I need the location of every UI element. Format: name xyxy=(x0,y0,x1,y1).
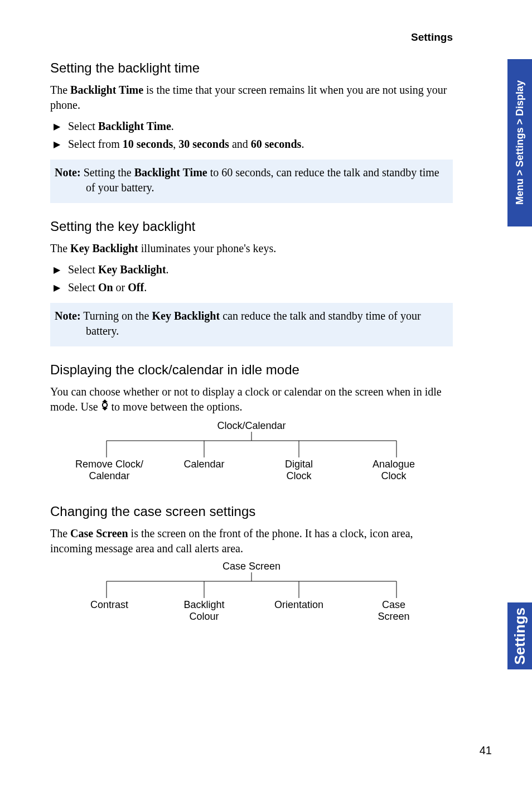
diagram-title: Case Screen xyxy=(62,561,441,572)
note-key-backlight: Note: Turning on the Key Backlight can r… xyxy=(50,303,453,346)
para-case-screen: The Case Screen is the screen on the fro… xyxy=(50,526,453,556)
svg-point-1 xyxy=(102,403,107,407)
bullet-select-key-backlight: ▶ Select Key Backlight. xyxy=(54,261,453,278)
leaf-digital-clock: DigitalClock xyxy=(252,459,346,481)
bullet-select-backlight-seconds: ▶ Select from 10 seconds, 30 seconds and… xyxy=(54,135,453,153)
triangle-bullet-icon: ▶ xyxy=(54,137,60,152)
para-clock-calendar: You can choose whether or not to display… xyxy=(50,384,453,416)
leaf-backlight-colour: BacklightColour xyxy=(157,599,252,622)
bullet-select-on-off: ▶ Select On or Off. xyxy=(54,278,453,296)
side-tab-section-text: Settings xyxy=(511,607,529,665)
triangle-bullet-icon: ▶ xyxy=(54,281,60,295)
leaf-analogue-clock: AnalogueClock xyxy=(346,459,441,481)
heading-clock-calendar: Displaying the clock/calendar in idle mo… xyxy=(50,362,453,378)
bullet-select-backlight-time: ▶ Select Backlight Time. xyxy=(54,117,453,135)
navigation-key-icon xyxy=(101,399,109,414)
leaf-orientation: Orientation xyxy=(252,599,346,622)
page-number: 41 xyxy=(480,744,492,757)
diagram-title: Clock/Calendar xyxy=(62,420,441,432)
side-tab-breadcrumb: Menu > Settings > Display xyxy=(507,59,532,226)
para-key-backlight: The Key Backlight illuminates your phone… xyxy=(50,241,453,256)
note-backlight-time: Note: Setting the Backlight Time to 60 s… xyxy=(50,160,453,203)
leaf-remove-clock-calendar: Remove Clock/Calendar xyxy=(62,459,157,481)
page-header: Settings xyxy=(50,31,453,44)
side-tab-breadcrumb-text: Menu > Settings > Display xyxy=(514,80,526,205)
tree-connector-icon xyxy=(73,432,430,460)
diagram-clock-calendar: Clock/Calendar Remove Clock/Calendar Cal… xyxy=(62,420,441,481)
heading-case-screen: Changing the case screen settings xyxy=(50,504,453,519)
diagram-case-screen: Case Screen Contrast BacklightColour Ori… xyxy=(62,561,441,622)
heading-backlight-time: Setting the backlight time xyxy=(50,60,453,76)
side-tab-section: Settings xyxy=(507,602,532,669)
svg-marker-2 xyxy=(102,408,108,411)
leaf-contrast: Contrast xyxy=(62,599,157,622)
para-backlight-time: The Backlight Time is the time that your… xyxy=(50,83,453,113)
leaf-calendar: Calendar xyxy=(157,459,252,481)
triangle-bullet-icon: ▶ xyxy=(54,263,60,277)
svg-marker-0 xyxy=(102,399,108,402)
tree-connector-icon xyxy=(73,572,430,600)
leaf-case-screen: CaseScreen xyxy=(346,599,441,622)
triangle-bullet-icon: ▶ xyxy=(54,119,60,134)
heading-key-backlight: Setting the key backlight xyxy=(50,219,453,234)
